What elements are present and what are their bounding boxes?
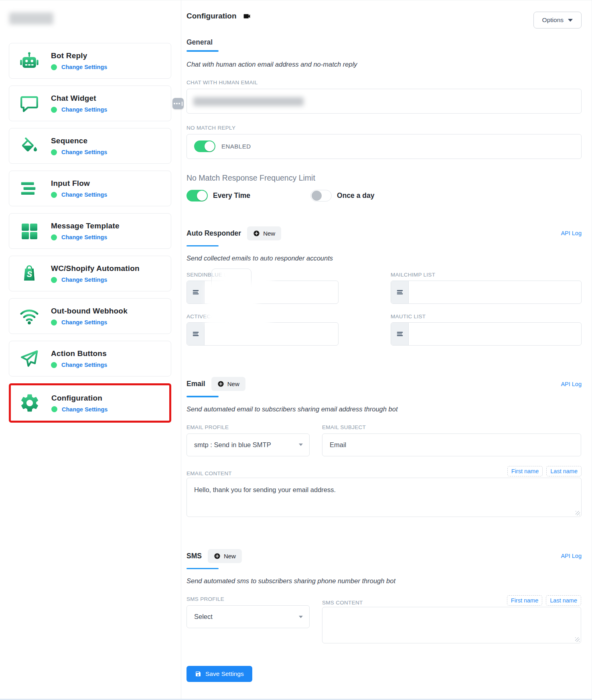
email-content-label: EMAIL CONTENT (187, 470, 232, 476)
merge-tag-chips: First name Last name (507, 466, 582, 476)
save-settings-button[interactable]: Save Settings (187, 666, 252, 682)
chat-with-human-email-label: CHAT WITH HUMAN EMAIL (187, 79, 582, 85)
redaction-blur (225, 314, 271, 328)
sms-profile-value: Select (194, 613, 213, 621)
page-title: Configuration (187, 12, 237, 20)
sidebar-item-message-template[interactable]: Message Template Change Settings (9, 213, 171, 249)
plus-circle-icon (214, 553, 221, 560)
sms-new-button[interactable]: New (208, 549, 242, 563)
sidebar-item-bot-reply[interactable]: Bot Reply Change Settings (9, 43, 171, 79)
change-settings-link[interactable]: Change Settings (61, 277, 107, 283)
paint-bucket-icon (18, 135, 41, 157)
video-camera-icon (243, 12, 251, 20)
email-subject-label: EMAIL SUBJECT (322, 424, 366, 430)
sidebar-item-text: Chat Widget Change Settings (51, 94, 107, 113)
status-dot (51, 192, 57, 198)
resize-grip-icon[interactable] (575, 637, 580, 642)
options-button[interactable]: Options (533, 12, 582, 28)
first-name-chip[interactable]: First name (507, 595, 543, 606)
auto-responder-description: Send collected emails to auto responder … (187, 254, 582, 262)
sidebar-card-list: Bot Reply Change Settings Chat Widget Ch… (0, 43, 181, 423)
auto-responder-heading: Auto Responder (187, 229, 241, 238)
sidebar-item-chat-widget[interactable]: Chat Widget Change Settings (9, 85, 171, 121)
mautic-list-input[interactable] (409, 323, 581, 345)
sidebar-item-outbound-webhook[interactable]: Out-bound Webhook Change Settings (9, 298, 171, 334)
change-settings-link[interactable]: Change Settings (62, 406, 107, 413)
save-settings-label: Save Settings (205, 670, 244, 678)
mailchimp-list-field: MAILCHIMP LIST (391, 272, 582, 304)
email-api-log-link[interactable]: API Log (561, 381, 582, 387)
change-settings-link[interactable]: Change Settings (61, 234, 107, 240)
sidebar-item-wc-shopify-automation[interactable]: S WC/Shopify Automation Change Settings (9, 256, 171, 291)
email-new-button[interactable]: New (211, 377, 245, 391)
general-heading: General (187, 38, 582, 47)
chevron-down-icon (299, 444, 303, 446)
email-fields-row: EMAIL PROFILE smtp : Send in blue SMTP E… (187, 423, 582, 456)
wifi-icon (18, 305, 41, 328)
auto-responder-new-button[interactable]: New (247, 226, 281, 240)
sidebar-item-sequence[interactable]: Sequence Change Settings (9, 128, 171, 164)
every-time-toggle[interactable] (187, 190, 208, 201)
resize-grip-icon[interactable] (576, 511, 580, 515)
sidebar-item-input-flow[interactable]: Input Flow Change Settings (9, 171, 171, 206)
sidebar-item-label: Sequence (51, 136, 107, 145)
new-label: New (227, 381, 239, 387)
last-name-chip[interactable]: Last name (546, 595, 581, 606)
heading-underline (187, 396, 219, 397)
mailchimp-list-input[interactable] (409, 281, 581, 303)
email-content-textarea[interactable]: Hello, thank you for sending your email … (187, 478, 581, 517)
grid-squares-icon (18, 220, 41, 242)
auto-responder-header: Auto Responder New API Log (187, 226, 582, 240)
auto-responder-api-log-link[interactable]: API Log (561, 230, 582, 236)
sms-content-field: SMS CONTENT First name Last name (322, 595, 581, 643)
once-a-day-toggle[interactable] (310, 190, 332, 201)
no-match-reply-field: ENABLED (187, 134, 582, 159)
sidebar-item-label: Action Buttons (51, 349, 107, 358)
once-a-day-label: Once a day (337, 191, 374, 200)
email-profile-field: EMAIL PROFILE smtp : Send in blue SMTP (187, 423, 310, 456)
email-subject-input[interactable] (322, 434, 581, 456)
no-match-reply-label: NO MATCH REPLY (187, 125, 582, 131)
status-dot (51, 149, 57, 155)
chat-widget-drag-handle-icon[interactable] (172, 98, 184, 109)
sms-api-log-link[interactable]: API Log (561, 553, 582, 559)
sidebar-item-label: Input Flow (51, 179, 107, 188)
robot-icon (18, 50, 41, 72)
sidebar-item-configuration-active[interactable]: Configuration Change Settings (9, 383, 171, 423)
change-settings-link[interactable]: Change Settings (61, 64, 107, 70)
activecampaign-list-input[interactable] (205, 323, 338, 345)
sms-content-textarea[interactable] (322, 607, 581, 643)
last-name-chip[interactable]: Last name (546, 466, 582, 476)
no-match-reply-toggle[interactable] (194, 140, 215, 152)
frequency-options-row: Every Time Once a day (187, 190, 582, 201)
auto-responder-grid: SENDINBLUE LIST MAILCHIMP LIST (187, 272, 582, 346)
sidebar-item-action-buttons[interactable]: Action Buttons Change Settings (9, 341, 171, 376)
mailchimp-list-label: MAILCHIMP LIST (391, 272, 582, 278)
first-name-chip[interactable]: First name (507, 466, 543, 476)
change-settings-link[interactable]: Change Settings (61, 362, 107, 368)
heading-underline (187, 568, 219, 570)
chat-with-human-email-field (187, 89, 582, 114)
status-dot (51, 277, 57, 283)
change-settings-link[interactable]: Change Settings (61, 319, 107, 326)
chat-bubble-icon (18, 92, 41, 115)
email-heading: Email (187, 380, 205, 388)
mautic-list-field: MAUTIC LIST (391, 313, 582, 346)
hamburger-icon (396, 288, 404, 296)
change-settings-link[interactable]: Change Settings (61, 149, 107, 155)
change-settings-link[interactable]: Change Settings (61, 191, 107, 198)
sidebar-item-text: Configuration Change Settings (51, 394, 107, 413)
email-profile-select[interactable]: smtp : Send in blue SMTP (187, 433, 310, 456)
heading-underline (187, 245, 219, 247)
email-subject-field: EMAIL SUBJECT (322, 423, 581, 456)
sms-profile-select[interactable]: Select (187, 605, 310, 628)
chevron-down-icon (299, 616, 303, 618)
sidebar-item-text: Message Template Change Settings (51, 222, 120, 240)
gear-icon (18, 392, 41, 414)
sidebar-item-text: Action Buttons Change Settings (51, 349, 107, 368)
flow-lines-icon (18, 177, 41, 200)
status-dot (51, 319, 57, 326)
sms-profile-label: SMS PROFILE (187, 596, 224, 602)
change-settings-link[interactable]: Change Settings (61, 106, 107, 113)
sidebar-item-text: Input Flow Change Settings (51, 179, 107, 198)
